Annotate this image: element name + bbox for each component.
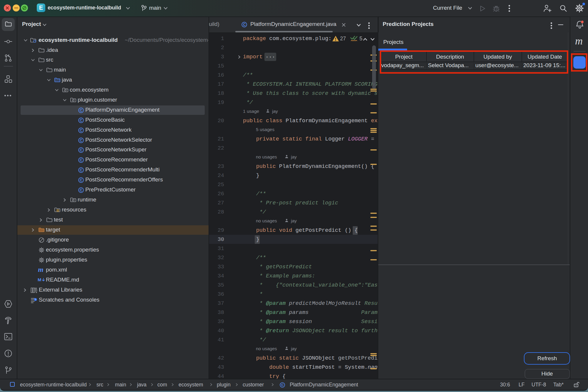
svg-text:C: C [80,108,82,113]
svg-text:C: C [80,158,82,162]
svg-text:C: C [80,128,82,132]
svg-text:C: C [80,118,82,122]
svg-text:C: C [80,148,82,152]
svg-text:C: C [80,168,82,172]
svg-text:C: C [281,383,284,387]
svg-text:C: C [80,178,82,182]
svg-text:C: C [243,23,246,27]
svg-text:C: C [80,138,82,142]
svg-text:C: C [80,188,82,192]
